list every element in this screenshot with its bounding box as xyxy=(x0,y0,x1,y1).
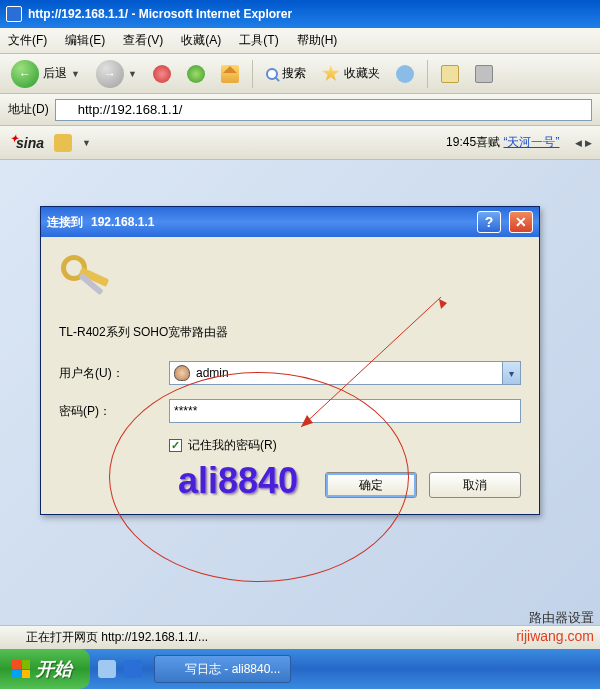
user-icon xyxy=(174,365,190,381)
address-bar: 地址(D) http://192.168.1.1/ xyxy=(0,94,600,126)
back-icon: ← xyxy=(11,60,39,88)
menu-help[interactable]: 帮助(H) xyxy=(297,32,338,49)
sina-dropdown[interactable]: ▼ xyxy=(82,138,91,148)
search-label: 搜索 xyxy=(282,65,306,82)
keys-icon xyxy=(59,251,111,299)
forward-dropdown[interactable]: ▼ xyxy=(128,69,137,79)
print-icon xyxy=(475,65,493,83)
username-label: 用户名(U)： xyxy=(59,365,169,382)
password-value: ***** xyxy=(174,404,197,418)
mail-icon xyxy=(441,65,459,83)
back-button[interactable]: ← 后退 ▼ xyxy=(6,57,85,91)
start-label: 开始 xyxy=(36,657,72,681)
task-label: 写日志 - ali8840... xyxy=(185,661,280,678)
history-icon xyxy=(396,65,414,83)
home-button[interactable] xyxy=(216,62,244,86)
ql-ie-icon[interactable] xyxy=(124,660,142,678)
address-url: http://192.168.1.1/ xyxy=(78,102,183,117)
username-row: 用户名(U)： admin ▾ xyxy=(59,361,521,385)
stop-icon xyxy=(153,65,171,83)
toolbar: ← 后退 ▼ → ▼ 搜索 收藏夹 xyxy=(0,54,600,94)
sina-logo[interactable]: sina xyxy=(8,135,44,151)
menu-edit[interactable]: 编辑(E) xyxy=(65,32,105,49)
remember-label: 记住我的密码(R) xyxy=(188,437,277,454)
favorites-button[interactable]: 收藏夹 xyxy=(317,62,385,86)
news-ticker: 19:45喜赋 “天河一号” xyxy=(101,134,566,151)
content-area: 连接到 192.168.1.1 ? ✕ TL-R402系列 SOHO宽带路由器 … xyxy=(0,160,600,649)
corner-line1: 路由器设置 xyxy=(516,610,594,627)
menu-view[interactable]: 查看(V) xyxy=(123,32,163,49)
menu-favorites[interactable]: 收藏(A) xyxy=(181,32,221,49)
svg-marker-2 xyxy=(439,299,447,309)
print-button[interactable] xyxy=(470,62,498,86)
ticker-nav[interactable]: ◀ ▶ xyxy=(575,138,592,148)
status-text: 正在打开网页 http://192.168.1.1/... xyxy=(26,629,208,646)
menu-file[interactable]: 文件(F) xyxy=(8,32,47,49)
favorites-icon xyxy=(322,65,340,83)
status-icon xyxy=(6,631,20,645)
help-button[interactable]: ? xyxy=(477,211,501,233)
dialog-title-prefix: 连接到 xyxy=(47,214,83,231)
username-dropdown[interactable]: ▾ xyxy=(502,362,520,384)
search-button[interactable]: 搜索 xyxy=(261,62,311,85)
remember-checkbox[interactable]: ✓ xyxy=(169,439,182,452)
close-button[interactable]: ✕ xyxy=(509,211,533,233)
address-label: 地址(D) xyxy=(8,101,49,118)
dialog-title-host: 192.168.1.1 xyxy=(91,215,154,229)
ql-icon-1[interactable] xyxy=(98,660,116,678)
password-label: 密码(P)： xyxy=(59,403,169,420)
cancel-button[interactable]: 取消 xyxy=(429,472,521,498)
ticker-link[interactable]: “天河一号” xyxy=(503,135,559,149)
refresh-button[interactable] xyxy=(182,62,210,86)
window-title: http://192.168.1.1/ - Microsoft Internet… xyxy=(28,7,292,21)
taskbar: 开始 写日志 - ali8840... xyxy=(0,649,600,689)
forward-button[interactable]: → ▼ xyxy=(91,57,142,91)
corner-watermark: 路由器设置 rijiwang.com xyxy=(516,610,594,645)
address-field[interactable]: http://192.168.1.1/ xyxy=(55,99,592,121)
password-field[interactable]: ***** xyxy=(169,399,521,423)
favorites-label: 收藏夹 xyxy=(344,65,380,82)
stop-button[interactable] xyxy=(148,62,176,86)
menu-tools[interactable]: 工具(T) xyxy=(239,32,278,49)
ok-button[interactable]: 确定 xyxy=(325,472,417,498)
username-value: admin xyxy=(196,366,229,380)
forward-icon: → xyxy=(96,60,124,88)
start-button[interactable]: 开始 xyxy=(0,649,90,689)
task-icon xyxy=(165,662,179,676)
remember-row[interactable]: ✓ 记住我的密码(R) xyxy=(169,437,521,454)
username-field[interactable]: admin ▾ xyxy=(169,361,521,385)
app-titlebar: http://192.168.1.1/ - Microsoft Internet… xyxy=(0,0,600,28)
mail-button[interactable] xyxy=(436,62,464,86)
separator xyxy=(427,60,428,88)
home-icon xyxy=(221,65,239,83)
dialog-buttons: 确定 取消 xyxy=(59,472,521,498)
ticker-time: 19:45 xyxy=(446,135,476,149)
history-button[interactable] xyxy=(391,62,419,86)
quick-launch xyxy=(90,660,150,678)
ie-icon xyxy=(6,6,22,22)
password-row: 密码(P)： ***** xyxy=(59,399,521,423)
menubar: 文件(F) 编辑(E) 查看(V) 收藏(A) 工具(T) 帮助(H) xyxy=(0,28,600,54)
status-bar: 正在打开网页 http://192.168.1.1/... xyxy=(0,625,600,649)
windows-flag-icon xyxy=(12,660,30,678)
taskbar-item[interactable]: 写日志 - ali8840... xyxy=(154,655,291,683)
separator xyxy=(252,60,253,88)
sina-toolbar: sina ▼ 19:45喜赋 “天河一号” ◀ ▶ xyxy=(0,126,600,160)
dialog-body: TL-R402系列 SOHO宽带路由器 用户名(U)： admin ▾ 密码(P… xyxy=(41,237,539,514)
page-icon xyxy=(60,103,74,117)
ticker-prefix: 喜赋 xyxy=(476,135,500,149)
dialog-titlebar[interactable]: 连接到 192.168.1.1 ? ✕ xyxy=(41,207,539,237)
back-label: 后退 xyxy=(43,65,67,82)
sina-tool-icon[interactable] xyxy=(54,134,72,152)
dialog-description: TL-R402系列 SOHO宽带路由器 xyxy=(59,324,521,341)
search-icon xyxy=(266,68,278,80)
corner-line2: rijiwang.com xyxy=(516,627,594,645)
auth-dialog: 连接到 192.168.1.1 ? ✕ TL-R402系列 SOHO宽带路由器 … xyxy=(40,206,540,515)
refresh-icon xyxy=(187,65,205,83)
back-dropdown[interactable]: ▼ xyxy=(71,69,80,79)
